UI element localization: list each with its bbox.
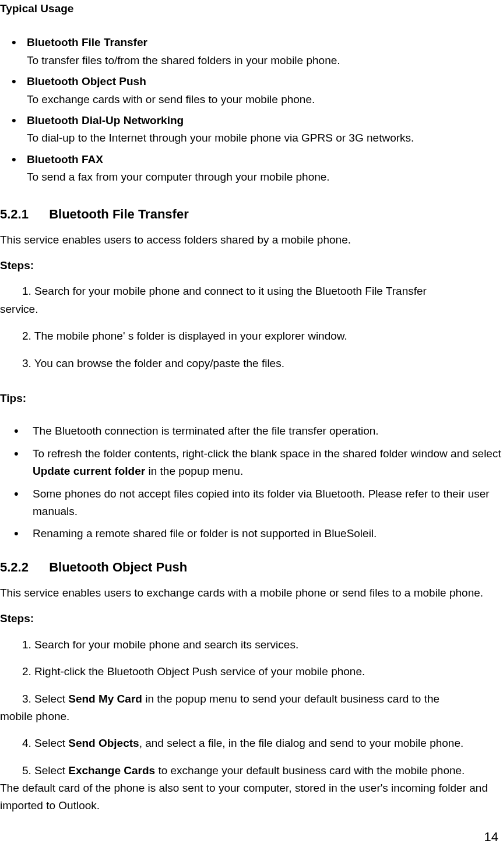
- section-521-heading: 5.2.1 Bluetooth File Transfer: [0, 204, 503, 224]
- list-item: Renaming a remote shared file or folder …: [27, 525, 503, 542]
- typical-usage-heading: Typical Usage: [0, 0, 503, 17]
- step-text: service.: [0, 301, 503, 318]
- section-number: 5.2.2: [0, 557, 45, 577]
- step-text: in the popup menu to send your default b…: [142, 693, 439, 705]
- bold-text: Exchange Cards: [68, 764, 155, 777]
- tips-list: The Bluetooth connection is terminated a…: [0, 422, 503, 542]
- item-title: Bluetooth Dial-Up Networking: [27, 114, 184, 126]
- item-title: Bluetooth File Transfer: [27, 36, 147, 48]
- bold-text: Update current folder: [33, 465, 145, 477]
- list-item: Bluetooth Dial-Up Networking To dial-up …: [27, 112, 503, 147]
- tip-text: in the popup menu.: [145, 465, 243, 477]
- step-text: 1. Search for your mobile phone and conn…: [0, 285, 427, 297]
- step-text: to exchange your default business card w…: [155, 764, 465, 777]
- item-title: Bluetooth FAX: [27, 153, 103, 165]
- step-row: 4. Select Send Objects, and select a fil…: [0, 735, 503, 752]
- section-title: Bluetooth File Transfer: [49, 207, 189, 221]
- step-text: 4. Select: [22, 737, 68, 749]
- item-desc: To exchange cards with or send files to …: [27, 91, 503, 108]
- item-title: Bluetooth Object Push: [27, 75, 146, 87]
- step-text: , and select a file, in the file dialog …: [139, 737, 464, 749]
- step-row: 5. Select Exchange Cards to exchange you…: [0, 762, 503, 815]
- section-522-heading: 5.2.2 Bluetooth Object Push: [0, 557, 503, 577]
- step-row: 2. The mobile phone' s folder is display…: [0, 327, 503, 345]
- item-desc: To transfer files to/from the shared fol…: [27, 52, 503, 69]
- section-number: 5.2.1: [0, 204, 45, 224]
- list-item: To refresh the folder contents, right-cl…: [27, 445, 503, 481]
- section-title: Bluetooth Object Push: [49, 560, 187, 574]
- step-text: mobile phone.: [0, 708, 503, 725]
- steps-label: Steps:: [0, 257, 503, 274]
- step-row: 2. Right-click the Bluetooth Object Push…: [0, 663, 503, 680]
- list-item: Bluetooth FAX To send a fax from your co…: [27, 151, 503, 186]
- list-item: Bluetooth Object Push To exchange cards …: [27, 73, 503, 108]
- page-number: 14: [0, 827, 503, 847]
- step-row: 3. Select Send My Card in the popup menu…: [0, 690, 503, 726]
- item-desc: To send a fax from your computer through…: [27, 168, 503, 186]
- step-row: 1. Search for your mobile phone and sear…: [0, 636, 503, 654]
- bold-text: Send My Card: [68, 693, 142, 705]
- step-row: 1. Search for your mobile phone and conn…: [0, 283, 503, 318]
- typical-usage-list: Bluetooth File Transfer To transfer file…: [0, 34, 503, 186]
- bold-text: Send Objects: [68, 737, 139, 749]
- item-desc: To dial-up to the Internet through your …: [27, 129, 503, 147]
- section-521-intro: This service enables users to access fol…: [0, 231, 503, 249]
- step-text: 5. Select: [0, 764, 68, 777]
- list-item: Bluetooth File Transfer To transfer file…: [27, 34, 503, 69]
- tip-text: To refresh the folder contents, right-cl…: [33, 447, 501, 460]
- list-item: The Bluetooth connection is terminated a…: [27, 422, 503, 440]
- section-522-intro: This service enables users to exchange c…: [0, 584, 503, 602]
- list-item: Some phones do not accept files copied i…: [27, 485, 503, 521]
- steps-label: Steps:: [0, 610, 503, 627]
- tips-label: Tips:: [0, 390, 503, 407]
- step-row: 3. You can browse the folder and copy/pa…: [0, 355, 503, 372]
- step-text: 3. Select: [0, 693, 68, 705]
- document-page: Typical Usage Bluetooth File Transfer To…: [0, 0, 503, 865]
- step-text: The default card of the phone is also se…: [0, 779, 503, 815]
